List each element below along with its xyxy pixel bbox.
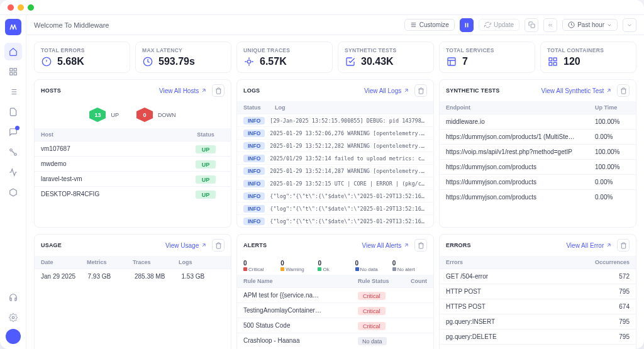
maximize-window-dot[interactable]: [28, 4, 34, 11]
copy-button[interactable]: [525, 18, 538, 32]
topbar: Welcome To Middleware Customize Update: [26, 15, 644, 35]
synthetic-row[interactable]: https://dummyjson.com/products 0.00%: [440, 189, 636, 204]
sidebar-activity-icon[interactable]: [4, 163, 22, 181]
hosts-up-hex: 13: [89, 108, 106, 122]
svg-rect-14: [448, 58, 455, 65]
synthetic-row[interactable]: https://dummyjson.com/products/1 (MultiS…: [440, 129, 636, 144]
view-all-synthetic-link[interactable]: View All Synthetic Test: [541, 87, 612, 94]
log-row[interactable]: INFO 2025-01-29 13:52:12,282 WARNING [op…: [237, 139, 433, 152]
kpi-value: 6.57K: [260, 56, 287, 67]
log-row[interactable]: INFO [29-Jan-2025 13:52:15.900855] DEBUG…: [237, 114, 433, 126]
host-name: laravel-test-vm: [41, 175, 187, 182]
kpi-card[interactable]: TOTAL CONTAINERS 120: [540, 42, 636, 73]
alert-summary-item: 0Ok: [318, 260, 352, 272]
log-row[interactable]: INFO 2025-01-29 13:52:15 UTC | CORE | ER…: [237, 177, 433, 189]
synthetic-endpoint: https://dummyjson.com/products: [446, 194, 595, 201]
error-name: pg.query:INSERT: [446, 318, 586, 325]
usage-delete-button[interactable]: [212, 239, 225, 252]
svg-point-4: [9, 149, 12, 152]
kpi-value: 120: [564, 56, 580, 67]
host-row[interactable]: DESKTOP-8R4CFIG UP: [35, 186, 231, 201]
hosts-title: HOSTS: [41, 87, 61, 94]
view-all-alerts-link[interactable]: View All Alerts: [362, 242, 409, 249]
host-status-badge: UP: [196, 175, 216, 184]
synthetic-delete-button[interactable]: [617, 84, 630, 97]
view-all-hosts-link[interactable]: View All Hosts: [159, 87, 207, 94]
log-row[interactable]: INFO {"log":"{\"t\":{\"$date\":\"2025-01…: [237, 202, 433, 214]
synthetic-row[interactable]: https://dummyjson.com/products 100.00%: [440, 159, 636, 174]
sidebar-settings-icon[interactable]: [4, 309, 22, 326]
svg-rect-3: [14, 72, 16, 75]
synthetic-row[interactable]: https://voip.ms/api/v1/rest.php?method=g…: [440, 144, 636, 159]
app-logo[interactable]: [5, 19, 21, 35]
minimize-window-dot[interactable]: [18, 4, 24, 11]
errors-delete-button[interactable]: [617, 239, 630, 252]
sidebar-list-icon[interactable]: [4, 83, 22, 101]
error-row[interactable]: pg.query:INSERT 795: [440, 314, 636, 329]
timerange-more-button[interactable]: [623, 18, 636, 32]
close-window-dot[interactable]: [8, 4, 14, 11]
alerts-delete-button[interactable]: [414, 239, 427, 252]
log-row[interactable]: INFO {"log":"{\"t\":{\"$date\":\"2025-01…: [237, 189, 433, 202]
error-row[interactable]: pg.query:DELETE 795: [440, 329, 636, 344]
log-row[interactable]: INFO {"log":"{\"t\":{\"$date\":\"2025-01…: [237, 214, 433, 227]
synthetic-row[interactable]: https://dummyjson.com/products 0.00%: [440, 174, 636, 189]
pause-button[interactable]: [460, 18, 474, 32]
log-row[interactable]: INFO 2025-01-29 13:52:14,287 WARNING [op…: [237, 164, 433, 177]
kpi-icon: [446, 56, 457, 67]
alert-row[interactable]: 500 Status Code Critical: [237, 318, 433, 333]
kpi-card[interactable]: UNIQUE TRACES 6.57K: [236, 42, 333, 73]
view-all-error-link[interactable]: View All Error: [566, 242, 612, 249]
view-usage-link[interactable]: View Usage: [165, 242, 207, 249]
host-row[interactable]: vm107687 UP: [35, 141, 231, 156]
svg-point-13: [247, 60, 250, 63]
error-row[interactable]: HTTPS POST 674: [440, 299, 636, 314]
synthetic-uptime: 100.00%: [595, 118, 630, 125]
synthetic-row[interactable]: middleware.io 100.00%: [440, 114, 636, 129]
error-row[interactable]: pg.query:UPDATE 795: [440, 344, 636, 349]
alert-row[interactable]: TestingAnomlayContainer… Critical: [237, 302, 433, 318]
log-text: 2025-01-29 13:52:06,276 WARNING [opentel…: [270, 130, 427, 136]
timerange-select[interactable]: Past hour: [562, 19, 618, 31]
sidebar-home-icon[interactable]: [4, 43, 22, 60]
sidebar-chat-icon[interactable]: [4, 123, 22, 141]
kpi-card[interactable]: SYNTHETIC TESTS 30.43K: [338, 42, 434, 73]
customize-button[interactable]: Customize: [404, 19, 455, 31]
error-name: GET /504-error: [446, 273, 586, 280]
kpi-card[interactable]: TOTAL SERVICES 7: [439, 42, 535, 73]
alerts-card: ALERTS View All Alerts 0Critical0Warning…: [236, 234, 434, 349]
kpi-card[interactable]: TOTAL ERRORS 5.68K: [34, 42, 130, 73]
sidebar-file-icon[interactable]: [4, 103, 22, 121]
sidebar-nodes-icon[interactable]: [4, 143, 22, 161]
alert-status-badge: Critical: [358, 307, 386, 315]
host-row[interactable]: laravel-test-vm UP: [35, 171, 231, 186]
log-text: 2025-01-29 13:52:14,287 WARNING [opentel…: [270, 168, 427, 174]
error-row[interactable]: HTTP POST 795: [440, 284, 636, 299]
alert-row[interactable]: APM test for {{service.na… Critical: [237, 287, 433, 302]
error-row[interactable]: GET /504-error 572: [440, 269, 636, 284]
svg-rect-15: [549, 58, 552, 61]
hosts-delete-button[interactable]: [212, 84, 225, 97]
logs-delete-button[interactable]: [414, 84, 427, 97]
log-level-badge: INFO: [243, 218, 265, 225]
update-button[interactable]: Update: [479, 19, 519, 31]
log-row[interactable]: INFO 2025-01-29 13:52:06,276 WARNING [op…: [237, 126, 433, 139]
sidebar-cube-icon[interactable]: [4, 184, 22, 201]
log-row[interactable]: INFO 2025/01/29 13:52:14 failed to uploa…: [237, 152, 433, 164]
log-text: 2025/01/29 13:52:14 failed to upload met…: [270, 155, 427, 162]
host-name: DESKTOP-8R4CFIG: [41, 191, 187, 197]
usage-row[interactable]: Jan 29 2025 7.93 GB 285.38 MB 1.53 GB: [35, 269, 231, 284]
alert-row[interactable]: Crashloop - Haanaa No data: [237, 333, 433, 348]
kpi-label: MAX LATENCY: [142, 47, 225, 53]
collapse-left-button[interactable]: [543, 18, 557, 32]
kpi-icon: [142, 56, 153, 67]
error-count: 674: [586, 303, 630, 310]
host-row[interactable]: mwdemo UP: [35, 156, 231, 171]
log-level-badge: INFO: [243, 130, 265, 137]
hosts-down-hex: 0: [136, 108, 153, 122]
sidebar-grid-icon[interactable]: [4, 63, 22, 80]
sidebar-avatar[interactable]: [6, 329, 21, 344]
kpi-card[interactable]: MAX LATENCY 593.79s: [135, 42, 231, 73]
sidebar-headphones-icon[interactable]: [4, 289, 22, 306]
view-all-logs-link[interactable]: View All Logs: [364, 87, 409, 94]
